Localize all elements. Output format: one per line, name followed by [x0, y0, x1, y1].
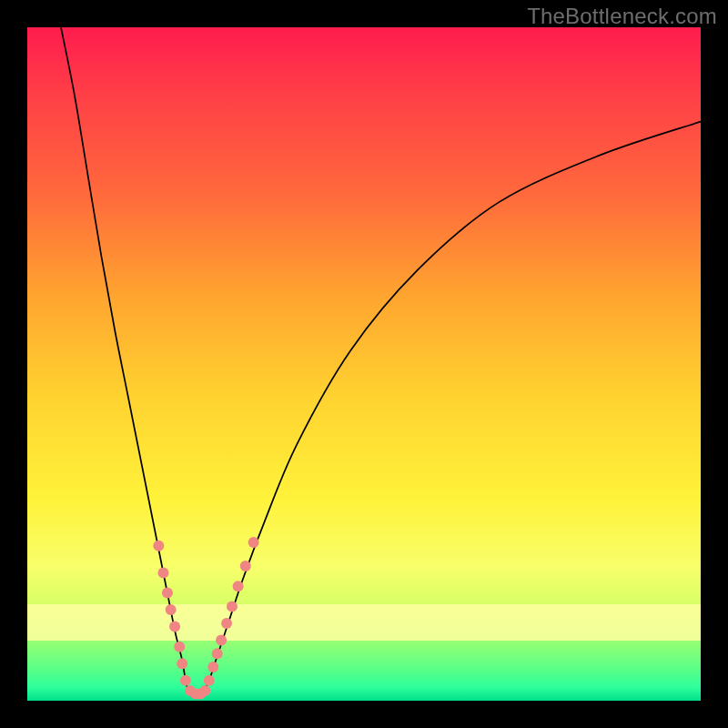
- marker-left-2: [162, 588, 173, 599]
- marker-right-5: [227, 601, 238, 612]
- marker-dots: [153, 537, 258, 700]
- marker-right-1: [207, 662, 218, 672]
- marker-right-3: [216, 634, 227, 645]
- marker-left-6: [177, 658, 187, 669]
- marker-right-7: [240, 561, 251, 571]
- curve-paths: [61, 27, 701, 697]
- marker-left-1: [157, 567, 168, 578]
- marker-right-2: [212, 648, 223, 659]
- marker-right-4: [221, 618, 232, 629]
- curve-layer: [27, 27, 701, 701]
- watermark-text: TheBottleneck.com: [527, 4, 717, 29]
- marker-left-3: [166, 604, 177, 615]
- marker-right-8: [248, 537, 259, 548]
- curve-right-branch: [202, 122, 701, 694]
- plot-area: [27, 27, 701, 701]
- marker-left-7: [180, 675, 191, 686]
- chart-frame: TheBottleneck.com: [0, 0, 728, 728]
- marker-left-5: [174, 642, 185, 652]
- marker-right-6: [233, 581, 244, 592]
- marker-left-4: [169, 622, 180, 632]
- marker-right-0: [204, 675, 215, 686]
- marker-left-0: [153, 541, 164, 551]
- marker-left-11: [199, 685, 210, 696]
